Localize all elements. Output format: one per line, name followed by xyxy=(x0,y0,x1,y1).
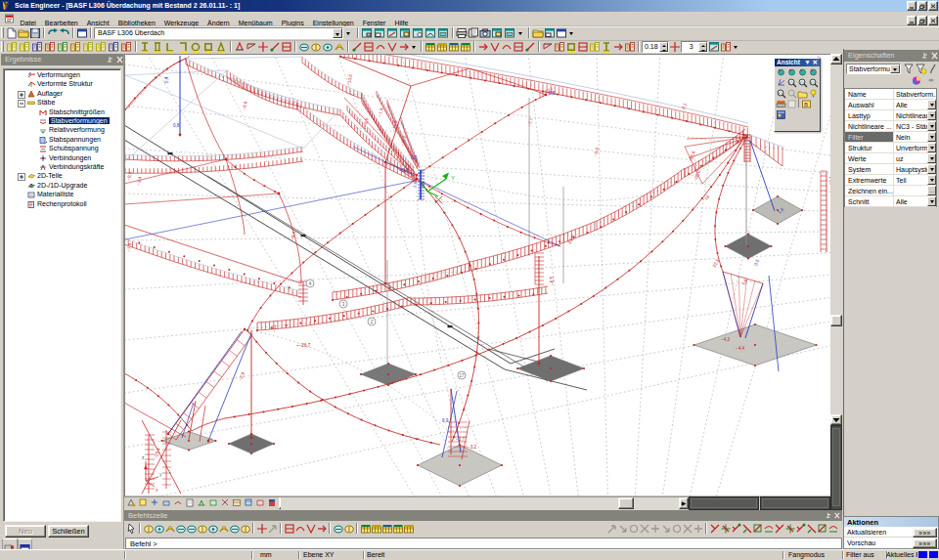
svg-text:17: 17 xyxy=(459,373,465,378)
svg-text:6,9: 6,9 xyxy=(442,418,449,423)
svg-text:~−26,7: ~−26,7 xyxy=(296,343,311,348)
svg-text:0,8: 0,8 xyxy=(173,123,180,128)
svg-text:−3,7: −3,7 xyxy=(456,437,466,442)
svg-text:−4,4: −4,4 xyxy=(736,346,745,351)
svg-text:B: B xyxy=(804,102,808,108)
svg-text:0,4: 0,4 xyxy=(164,76,169,83)
svg-text:Y: Y xyxy=(451,175,455,181)
svg-text:−11: −11 xyxy=(272,324,277,332)
svg-text:0,5: 0,5 xyxy=(549,91,556,96)
svg-text:−0,8: −0,8 xyxy=(399,168,409,173)
svg-text:−4,3: −4,3 xyxy=(721,337,731,342)
svg-text:−3,2: −3,2 xyxy=(468,445,477,450)
svg-text:−6,5: −6,5 xyxy=(550,276,555,285)
svg-text:0,5: 0,5 xyxy=(411,155,418,160)
